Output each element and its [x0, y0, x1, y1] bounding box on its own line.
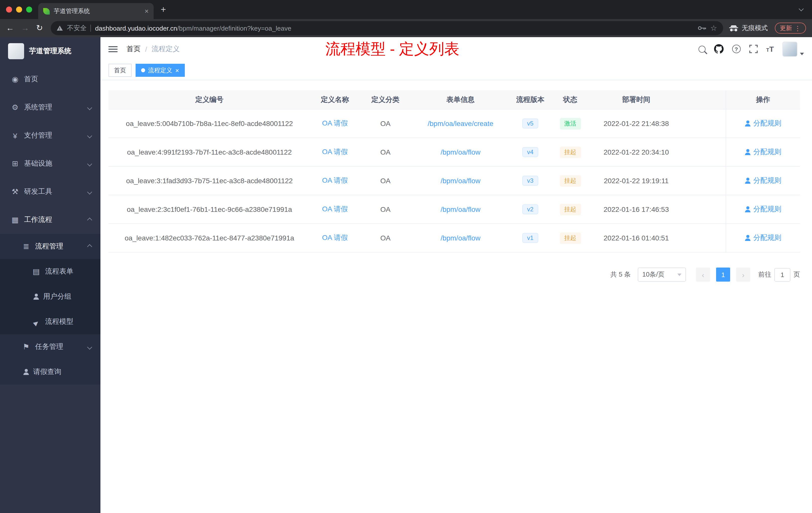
chevron-down-icon [87, 105, 92, 110]
definition-id-cell: oa_leave:5:004b710b-7b8a-11ec-8ef0-acde4… [109, 110, 310, 138]
user-icon [745, 120, 751, 126]
definition-name-link[interactable]: OA 请假 [322, 205, 348, 214]
sidebar-item-label: 支付管理 [24, 131, 52, 140]
spacer-cell [683, 110, 726, 138]
form-icon: ▤ [31, 267, 41, 276]
goto-page-input[interactable] [774, 268, 790, 281]
forward-button[interactable]: → [21, 24, 29, 32]
definition-name-link[interactable]: OA 请假 [322, 176, 348, 185]
tab-close-icon[interactable]: × [145, 7, 149, 14]
back-button[interactable]: ← [6, 24, 14, 32]
close-window-button[interactable] [6, 6, 12, 12]
assign-rule-link[interactable]: 分配规则 [745, 205, 781, 214]
form-link[interactable]: /bpm/oa/leave/create [428, 119, 493, 127]
logo-image [8, 43, 24, 59]
status-badge: 挂起 [560, 175, 581, 186]
sidebar-item-dev-tools[interactable]: ⚒ 研发工具 [0, 178, 100, 206]
sidebar-item-process-model[interactable]: ▶ 流程模型 [0, 309, 100, 334]
assign-rule-link[interactable]: 分配规则 [745, 233, 781, 242]
update-button[interactable]: 更新 ⋮ [775, 23, 806, 34]
definition-name-link[interactable]: OA 请假 [322, 148, 348, 157]
sidebar-item-leave-query[interactable]: 请假查询 [0, 359, 100, 385]
navbar-actions: ? TT [698, 41, 804, 57]
tag-close-icon[interactable]: × [175, 67, 179, 73]
table-row: oa_leave:5:004b710b-7b8a-11ec-8ef0-acde4… [109, 110, 800, 138]
column-header-name: 定义名称 [310, 90, 359, 109]
github-icon[interactable] [714, 44, 723, 54]
table-row: oa_leave:1:482ec033-762a-11ec-8477-a2380… [109, 224, 800, 252]
security-label[interactable]: 不安全 [67, 24, 87, 33]
assign-rule-link[interactable]: 分配规则 [745, 119, 781, 128]
infrastructure-icon: ⊞ [10, 159, 20, 168]
minimize-window-button[interactable] [16, 6, 22, 12]
form-link[interactable]: /bpm/oa/flow [441, 205, 481, 213]
sidebar-item-label: 工作流程 [24, 215, 52, 224]
chevron-down-icon [87, 161, 92, 166]
app-logo[interactable]: 芋道管理系统 [0, 37, 100, 65]
help-icon[interactable]: ? [732, 45, 741, 53]
address-bar[interactable]: ! 不安全 dashboard.yudao.iocoder.cn/bpm/man… [51, 21, 723, 35]
sidebar-item-workflow[interactable]: ▦ 工作流程 [0, 206, 100, 234]
tab-list-chevron-icon[interactable] [799, 6, 804, 11]
active-dot [141, 68, 145, 72]
page-annotation: 流程模型 - 定义列表 [325, 39, 459, 59]
sidebar-item-process-form[interactable]: ▤ 流程表单 [0, 259, 100, 284]
spacer-cell [683, 167, 726, 195]
page-1-button[interactable]: 1 [716, 268, 730, 281]
page-content: 定义编号 定义名称 定义分类 表单信息 流程版本 状态 部署时间 操作 oa_l… [100, 80, 812, 513]
new-tab-button[interactable]: + [161, 4, 166, 15]
bookmark-star-icon[interactable]: ☆ [710, 24, 717, 33]
sidebar-item-user-group[interactable]: 用户分组 [0, 284, 100, 309]
avatar[interactable] [782, 41, 798, 57]
zoom-window-button[interactable] [26, 6, 32, 12]
window-controls [6, 6, 32, 12]
main-area: 首页 / 流程定义 流程模型 - 定义列表 ? TT [100, 37, 812, 513]
tag-process-definition[interactable]: 流程定义 × [136, 64, 184, 77]
url-host: dashboard.yudao.iocoder.cn [95, 24, 177, 32]
sidebar-item-home[interactable]: ◉ 首页 [0, 65, 100, 93]
form-link[interactable]: /bpm/oa/flow [441, 148, 481, 156]
table-row: oa_leave:4:991f2193-7b7f-11ec-a3c8-acde4… [109, 138, 800, 167]
tools-icon: ⚒ [10, 187, 20, 196]
table-row: oa_leave:2:3c1f0ef1-76b1-11ec-9c66-a2380… [109, 195, 800, 224]
reload-button[interactable]: ↻ [36, 24, 43, 32]
status-badge: 激活 [560, 118, 581, 129]
spacer-cell [683, 138, 726, 166]
sidebar-item-label: 首页 [24, 75, 38, 84]
assign-rule-link[interactable]: 分配规则 [745, 148, 781, 157]
status-badge: 挂起 [560, 232, 581, 244]
deploy-time-cell: 2022-01-16 17:46:53 [589, 195, 683, 223]
fullscreen-icon[interactable] [749, 45, 757, 53]
column-header-category: 定义分类 [359, 90, 411, 109]
sidebar-collapse-icon[interactable] [109, 49, 117, 50]
sidebar-item-system-management[interactable]: ⚙ 系统管理 [0, 93, 100, 121]
kebab-menu-icon[interactable]: ⋮ [794, 24, 801, 32]
page-size-select[interactable]: 10条/页 [638, 268, 686, 281]
form-link[interactable]: /bpm/oa/flow [441, 234, 481, 242]
spacer-cell [683, 90, 726, 109]
prev-page-button[interactable]: ‹ [696, 268, 710, 281]
deploy-time-cell: 2022-01-22 19:19:11 [589, 167, 683, 195]
search-icon[interactable] [698, 46, 705, 53]
font-size-icon[interactable]: TT [766, 45, 774, 53]
user-menu[interactable] [782, 41, 804, 57]
category-cell: OA [359, 167, 411, 195]
sidebar-item-payment-management[interactable]: ¥ 支付管理 [0, 121, 100, 150]
browser-tab[interactable]: 芋道管理系统 × [38, 3, 154, 19]
sidebar-item-task-management[interactable]: ⚑ 任务管理 [0, 334, 100, 359]
column-header-version: 流程版本 [510, 90, 551, 109]
key-icon[interactable] [697, 26, 706, 31]
sidebar-item-process-management[interactable]: ≣ 流程管理 [0, 234, 100, 259]
tag-home[interactable]: 首页 [109, 64, 132, 77]
form-link[interactable]: /bpm/oa/flow [441, 177, 481, 185]
definition-name-link[interactable]: OA 请假 [322, 119, 348, 128]
assign-rule-link[interactable]: 分配规则 [745, 176, 781, 185]
breadcrumb-home[interactable]: 首页 [126, 44, 141, 54]
chevron-up-icon [87, 244, 92, 249]
definition-name-link[interactable]: OA 请假 [322, 233, 348, 242]
sidebar-item-infrastructure[interactable]: ⊞ 基础设施 [0, 150, 100, 178]
spacer-cell [683, 224, 726, 252]
goto-label: 前往 [758, 270, 771, 279]
next-page-button[interactable]: › [736, 268, 750, 281]
app-window: 芋道管理系统 ◉ 首页 ⚙ 系统管理 ¥ 支付管理 ⊞ 基础设施 [0, 37, 812, 513]
